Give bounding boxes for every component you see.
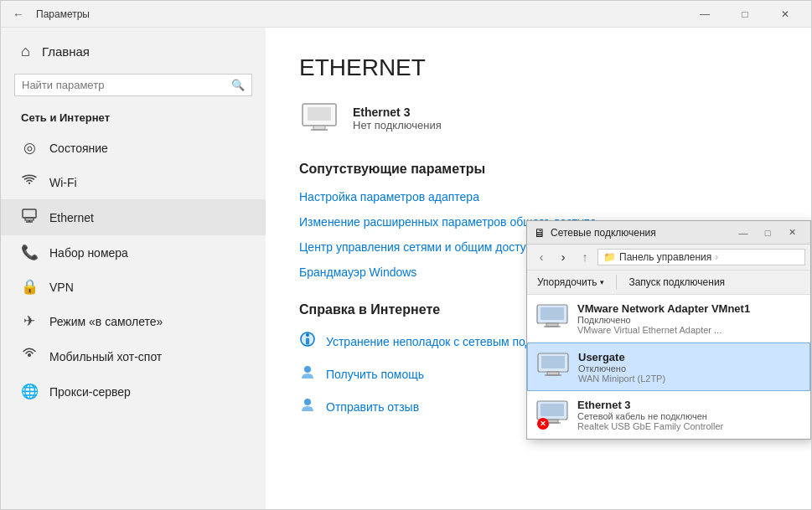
launch-label: Запуск подключения bbox=[628, 276, 725, 288]
net-window-icon: 🖥 bbox=[534, 226, 546, 240]
net-close-btn[interactable]: ✕ bbox=[780, 224, 804, 242]
sidebar-item-ethernet[interactable]: Ethernet bbox=[1, 199, 266, 235]
net-item-usergate[interactable]: Usergate Отключено WAN Miniport (L2TP) bbox=[527, 343, 810, 391]
svg-rect-6 bbox=[308, 107, 331, 121]
sidebar-home-label: Главная bbox=[42, 44, 90, 59]
svg-rect-20 bbox=[547, 372, 559, 375]
svg-rect-19 bbox=[541, 356, 565, 368]
vmnet1-status: Подключено bbox=[577, 315, 802, 325]
airplane-icon: ✈ bbox=[21, 312, 38, 330]
net-window-title: Сетевые подключения bbox=[551, 227, 656, 239]
ethernet3-icon: ✕ bbox=[535, 398, 569, 431]
sidebar-section-title: Сеть и Интернет bbox=[1, 106, 266, 131]
svg-point-13 bbox=[304, 399, 311, 405]
sidebar-item-hotspot[interactable]: Мобильный хот-спот bbox=[1, 338, 266, 374]
svg-rect-23 bbox=[540, 404, 564, 416]
content: ⌂ Главная 🔍 Сеть и Интернет ◎ Состояние bbox=[1, 28, 811, 509]
nav-forward-btn[interactable]: › bbox=[554, 248, 572, 266]
status-icon: ◎ bbox=[21, 139, 38, 157]
net-addressbar: ‹ › ↑ 📁 Панель управления › bbox=[527, 245, 810, 270]
sidebar-item-airplane[interactable]: ✈ Режим «в самолете» bbox=[1, 304, 266, 338]
sidebar-item-label: Прокси-сервер bbox=[49, 385, 131, 399]
nav-back-btn[interactable]: ‹ bbox=[532, 248, 551, 266]
sidebar-item-label: VPN bbox=[49, 281, 74, 294]
error-badge: ✕ bbox=[537, 418, 549, 430]
sidebar-item-label: Режим «в самолете» bbox=[49, 315, 163, 328]
address-text: Панель управления bbox=[619, 251, 711, 263]
vmnet1-info: VMware Network Adapter VMnet1 Подключено… bbox=[577, 302, 802, 335]
net-maximize-btn[interactable]: □ bbox=[756, 224, 779, 242]
maximize-button[interactable]: □ bbox=[726, 1, 764, 28]
window-controls: — □ ✕ bbox=[685, 1, 804, 28]
titlebar: ← Параметры — □ ✕ bbox=[1, 1, 811, 28]
organize-label: Упорядочить bbox=[537, 276, 597, 288]
adapter-name: Ethernet 3 bbox=[353, 106, 442, 119]
svg-point-4 bbox=[28, 353, 31, 357]
ethernet-icon bbox=[21, 208, 38, 227]
sidebar-item-label: Мобильный хот-спот bbox=[49, 350, 162, 363]
net-minimize-btn[interactable]: — bbox=[732, 224, 755, 242]
wifi-icon bbox=[21, 173, 38, 191]
address-box: 📁 Панель управления › bbox=[597, 249, 805, 265]
sidebar-item-label: Ethernet bbox=[49, 211, 94, 224]
sidebar-item-status[interactable]: ◎ Состояние bbox=[1, 131, 266, 165]
organize-btn[interactable]: Упорядочить ▾ bbox=[532, 274, 609, 291]
sidebar-item-label: Состояние bbox=[49, 142, 108, 155]
window-title: Параметры bbox=[36, 8, 90, 20]
ethernet3-desc: Realtek USB GbE Family Controller bbox=[577, 421, 802, 431]
search-icon: 🔍 bbox=[231, 79, 245, 91]
ethernet3-info: Ethernet 3 Сетевой кабель не подключен R… bbox=[577, 399, 802, 431]
get-help-link[interactable]: Получить помощь bbox=[326, 368, 424, 381]
main-content: ETHERNET Ethernet 3 Нет подключения Соп bbox=[266, 28, 811, 509]
usergate-icon bbox=[536, 350, 570, 384]
sidebar-item-vpn[interactable]: 🔒 VPN bbox=[1, 270, 266, 304]
usergate-info: Usergate Отключено WAN Miniport (L2TP) bbox=[578, 351, 801, 384]
nav-up-btn[interactable]: ↑ bbox=[576, 248, 594, 266]
net-item-vmnet1[interactable]: VMware Network Adapter VMnet1 Подключено… bbox=[527, 295, 810, 343]
organize-chevron: ▾ bbox=[600, 278, 604, 286]
sidebar-item-wifi[interactable]: Wi-Fi bbox=[1, 165, 266, 199]
ethernet3-name: Ethernet 3 bbox=[577, 399, 802, 411]
vmnet1-desc: VMware Virtual Ethernet Adapter ... bbox=[577, 325, 802, 335]
svg-rect-0 bbox=[23, 209, 36, 218]
vpn-icon: 🔒 bbox=[21, 278, 38, 296]
adapter-info: Ethernet 3 Нет подключения bbox=[353, 106, 442, 131]
net-item-ethernet3[interactable]: ✕ Ethernet 3 Сетевой кабель не подключен… bbox=[527, 391, 810, 439]
sidebar-item-proxy[interactable]: 🌐 Прокси-сервер bbox=[1, 374, 266, 409]
sidebar-search-box[interactable]: 🔍 bbox=[14, 74, 252, 96]
feedback-icon bbox=[299, 396, 316, 417]
usergate-status: Отключено bbox=[578, 363, 801, 373]
back-button[interactable]: ← bbox=[8, 6, 29, 23]
address-arrow: › bbox=[715, 251, 718, 263]
search-input[interactable] bbox=[22, 79, 231, 91]
sidebar: ⌂ Главная 🔍 Сеть и Интернет ◎ Состояние bbox=[1, 28, 266, 509]
minimize-button[interactable]: — bbox=[685, 1, 724, 28]
close-button[interactable]: ✕ bbox=[766, 1, 804, 28]
page-title: ETHERNET bbox=[299, 54, 778, 81]
troubleshoot-icon bbox=[299, 331, 316, 352]
feedback-link[interactable]: Отправить отзыв bbox=[326, 400, 419, 414]
net-toolbar: Упорядочить ▾ Запуск подключения bbox=[527, 270, 810, 295]
svg-point-12 bbox=[304, 366, 311, 373]
sidebar-item-dialup[interactable]: 📞 Набор номера bbox=[1, 235, 266, 270]
sidebar-home[interactable]: ⌂ Главная bbox=[1, 34, 266, 69]
related-params-title: Сопутствующие параметры bbox=[299, 162, 778, 177]
net-titlebar-left: 🖥 Сетевые подключения bbox=[534, 226, 656, 240]
svg-point-11 bbox=[306, 333, 309, 337]
net-connections-list: VMware Network Adapter VMnet1 Подключено… bbox=[527, 295, 810, 439]
ethernet3-status: Сетевой кабель не подключен bbox=[577, 411, 802, 421]
adapter-settings-link[interactable]: Настройка параметров адаптера bbox=[299, 190, 778, 203]
hotspot-icon bbox=[21, 347, 38, 366]
usergate-desc: WAN Miniport (L2TP) bbox=[578, 373, 801, 384]
svg-rect-15 bbox=[540, 307, 564, 320]
svg-rect-1 bbox=[25, 218, 34, 220]
launch-btn[interactable]: Запуск подключения bbox=[623, 274, 730, 291]
adapter-card: Ethernet 3 Нет подключения bbox=[299, 101, 778, 135]
dialup-icon: 📞 bbox=[21, 244, 38, 261]
adapter-status: Нет подключения bbox=[353, 119, 442, 131]
home-icon: ⌂ bbox=[21, 43, 30, 60]
net-titlebar: 🖥 Сетевые подключения — □ ✕ bbox=[527, 221, 810, 245]
sidebar-item-label: Wi-Fi bbox=[49, 176, 77, 189]
sidebar-item-label: Набор номера bbox=[49, 246, 128, 260]
proxy-icon: 🌐 bbox=[21, 383, 38, 400]
